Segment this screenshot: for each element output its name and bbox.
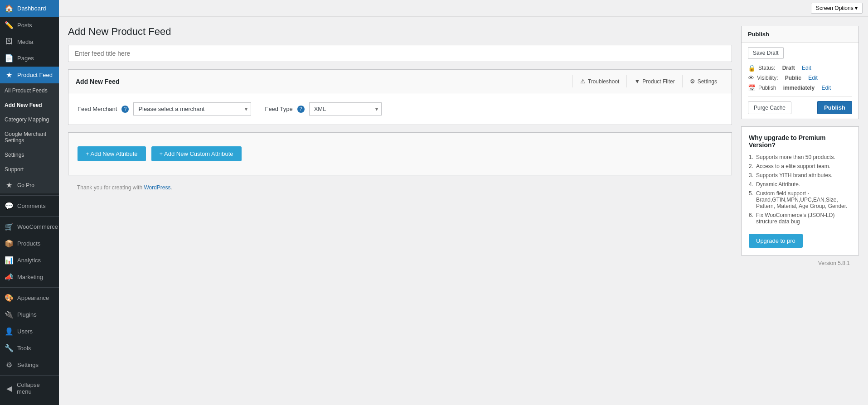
sidebar-item-tools[interactable]: 🔧 Tools bbox=[0, 340, 59, 357]
sidebar-sub-all-feeds[interactable]: All Product Feeds bbox=[0, 83, 59, 98]
posts-icon: ✏️ bbox=[5, 21, 14, 29]
publish-button[interactable]: Publish bbox=[817, 101, 852, 114]
sidebar-item-dashboard[interactable]: 🏠 Dashboard bbox=[0, 0, 59, 17]
dashboard-icon: 🏠 bbox=[5, 4, 14, 13]
list-item: Dynamic Attribute. bbox=[749, 181, 851, 188]
sidebar-item-analytics[interactable]: 📊 Analytics bbox=[0, 252, 59, 269]
collapse-icon: ◀ bbox=[5, 384, 13, 393]
premium-box: Why upgrade to Premium Version? Supports… bbox=[741, 126, 859, 256]
feed-panel-title: Add New Feed bbox=[76, 78, 119, 85]
visibility-edit-link[interactable]: Edit bbox=[808, 75, 818, 81]
troubleshoot-button[interactable]: ⚠ Troubleshoot bbox=[572, 75, 627, 87]
comments-icon: 💬 bbox=[5, 202, 14, 210]
list-item: Access to a elite support team. bbox=[749, 163, 851, 169]
feed-type-field: Feed Type ? XML CSV TSV XLS JSON bbox=[265, 102, 381, 116]
merchant-row: Feed Merchant ? Please select a merchant… bbox=[68, 93, 732, 125]
list-item: Fix WooCommerce's (JSON-LD) structure da… bbox=[749, 212, 851, 225]
settings-button[interactable]: ⚙ Settings bbox=[682, 75, 724, 87]
woocommerce-icon: 🛒 bbox=[5, 222, 14, 231]
wordpress-link[interactable]: WordPress bbox=[144, 184, 170, 191]
gear-icon: ⚙ bbox=[690, 78, 695, 85]
sidebar-sub-google-merchant[interactable]: Google Merchant Settings bbox=[0, 127, 59, 148]
add-attribute-button[interactable]: + Add New Attribute bbox=[78, 146, 146, 161]
sidebar-item-products[interactable]: 📦 Products bbox=[0, 235, 59, 252]
left-content: Add New Product Feed Add New Feed ⚠ Trou… bbox=[68, 26, 732, 200]
footer: Thank you for creating with WordPress. bbox=[68, 175, 732, 200]
topbar: Screen Options ▾ bbox=[59, 0, 868, 17]
sidebar-item-settings[interactable]: ⚙ Settings bbox=[0, 357, 59, 373]
content-area: Add New Product Feed Add New Feed ⚠ Trou… bbox=[59, 17, 868, 280]
sidebar-sub-category-mapping[interactable]: Category Mapping bbox=[0, 112, 59, 127]
add-custom-attribute-button[interactable]: + Add New Custom Attribute bbox=[151, 146, 242, 161]
star-icon: ★ bbox=[5, 181, 14, 189]
products-icon: 📦 bbox=[5, 239, 14, 248]
save-draft-button[interactable]: Save Draft bbox=[748, 47, 784, 59]
sidebar-sub-support[interactable]: Support bbox=[0, 162, 59, 177]
publish-box-content: Save Draft 🔒 Status: Draft Edit 👁 Visibi… bbox=[742, 43, 858, 119]
sidebar-item-collapse[interactable]: ◀ Collapse menu bbox=[0, 377, 59, 399]
calendar-icon: 📅 bbox=[748, 84, 756, 92]
feedtype-select-wrapper: XML CSV TSV XLS JSON bbox=[309, 102, 382, 116]
right-sidebar: Publish Save Draft 🔒 Status: Draft Edit … bbox=[741, 26, 859, 271]
version-label: Version 5.8.1 bbox=[741, 256, 859, 271]
sidebar-item-woocommerce[interactable]: 🛒 WooCommerce bbox=[0, 218, 59, 235]
sidebar-submenu-product-feed: All Product Feeds Add New Feed Category … bbox=[0, 83, 59, 193]
merchant-field: Feed Merchant ? Please select a merchant bbox=[78, 102, 251, 116]
product-filter-button[interactable]: ▼ Product Filter bbox=[626, 75, 682, 87]
status-edit-link[interactable]: Edit bbox=[802, 65, 811, 71]
publish-box-header: Publish bbox=[742, 26, 858, 43]
premium-features-list: Supports more than 50 products. Access t… bbox=[749, 154, 851, 225]
attribute-panel: + Add New Attribute + Add New Custom Att… bbox=[68, 132, 732, 175]
sidebar-item-marketing[interactable]: 📣 Marketing bbox=[0, 269, 59, 285]
merchant-select-wrapper: Please select a merchant bbox=[133, 102, 251, 116]
merchant-label: Feed Merchant bbox=[78, 106, 117, 112]
publish-buttons: Purge Cache Publish bbox=[748, 96, 852, 114]
list-item: Custom field support - Brand,GTIN,MPN,UP… bbox=[749, 190, 851, 209]
sidebar-item-users[interactable]: 👤 Users bbox=[0, 323, 59, 340]
sidebar-item-appearance[interactable]: 🎨 Appearance bbox=[0, 289, 59, 306]
marketing-icon: 📣 bbox=[5, 273, 14, 281]
filter-icon: ▼ bbox=[634, 78, 640, 85]
sidebar-item-plugins[interactable]: 🔌 Plugins bbox=[0, 306, 59, 323]
plugins-icon: 🔌 bbox=[5, 310, 14, 319]
feedtype-select[interactable]: XML CSV TSV XLS JSON bbox=[309, 102, 382, 116]
sidebar-sub-settings[interactable]: Settings bbox=[0, 148, 59, 162]
upgrade-button[interactable]: Upgrade to pro bbox=[749, 234, 803, 248]
feedtype-help-icon[interactable]: ? bbox=[297, 106, 305, 113]
sidebar-item-product-feed[interactable]: ★ Product Feed bbox=[0, 67, 59, 83]
publish-visibility: 👁 Visibility: Public Edit bbox=[748, 74, 852, 82]
media-icon: 🖼 bbox=[5, 38, 14, 46]
main-content: Screen Options ▾ Add New Product Feed Ad… bbox=[59, 0, 868, 405]
users-icon: 👤 bbox=[5, 327, 14, 336]
status-icon: 🔒 bbox=[748, 64, 756, 72]
settings-icon: ⚙ bbox=[5, 361, 14, 369]
purge-cache-button[interactable]: Purge Cache bbox=[748, 101, 791, 114]
feed-panel-actions: ⚠ Troubleshoot ▼ Product Filter ⚙ Settin… bbox=[572, 75, 724, 87]
sidebar-item-pages[interactable]: 📄 Pages bbox=[0, 50, 59, 67]
feed-panel-header: Add New Feed ⚠ Troubleshoot ▼ Product Fi… bbox=[68, 70, 732, 93]
sidebar-item-media[interactable]: 🖼 Media bbox=[0, 34, 59, 50]
warning-icon: ⚠ bbox=[580, 78, 586, 85]
sidebar-item-comments[interactable]: 💬 Comments bbox=[0, 198, 59, 214]
screen-options-button[interactable]: Screen Options ▾ bbox=[811, 3, 863, 14]
visibility-icon: 👁 bbox=[748, 74, 754, 82]
premium-title: Why upgrade to Premium Version? bbox=[749, 134, 851, 149]
feed-title-input[interactable] bbox=[68, 45, 732, 62]
sidebar: 🏠 Dashboard ✏️ Posts 🖼 Media 📄 Pages ★ P… bbox=[0, 0, 59, 405]
pages-icon: 📄 bbox=[5, 54, 14, 63]
publish-box: Publish Save Draft 🔒 Status: Draft Edit … bbox=[741, 26, 859, 119]
feed-type-label: Feed Type bbox=[265, 106, 292, 112]
list-item: Supports YITH brand attributes. bbox=[749, 172, 851, 178]
sidebar-item-posts[interactable]: ✏️ Posts bbox=[0, 17, 59, 34]
list-item: Supports more than 50 products. bbox=[749, 154, 851, 160]
sidebar-sub-go-pro[interactable]: ★ Go Pro bbox=[0, 177, 59, 193]
publish-time: 📅 Publish immediately Edit bbox=[748, 84, 852, 92]
sidebar-sub-add-new[interactable]: Add New Feed bbox=[0, 98, 59, 112]
analytics-icon: 📊 bbox=[5, 256, 14, 265]
publish-time-edit-link[interactable]: Edit bbox=[821, 85, 831, 91]
product-feed-icon: ★ bbox=[5, 71, 14, 79]
merchant-select[interactable]: Please select a merchant bbox=[133, 102, 251, 116]
merchant-help-icon[interactable]: ? bbox=[121, 106, 129, 113]
premium-box-content: Why upgrade to Premium Version? Supports… bbox=[742, 127, 858, 255]
publish-save-row: Save Draft bbox=[748, 47, 852, 59]
